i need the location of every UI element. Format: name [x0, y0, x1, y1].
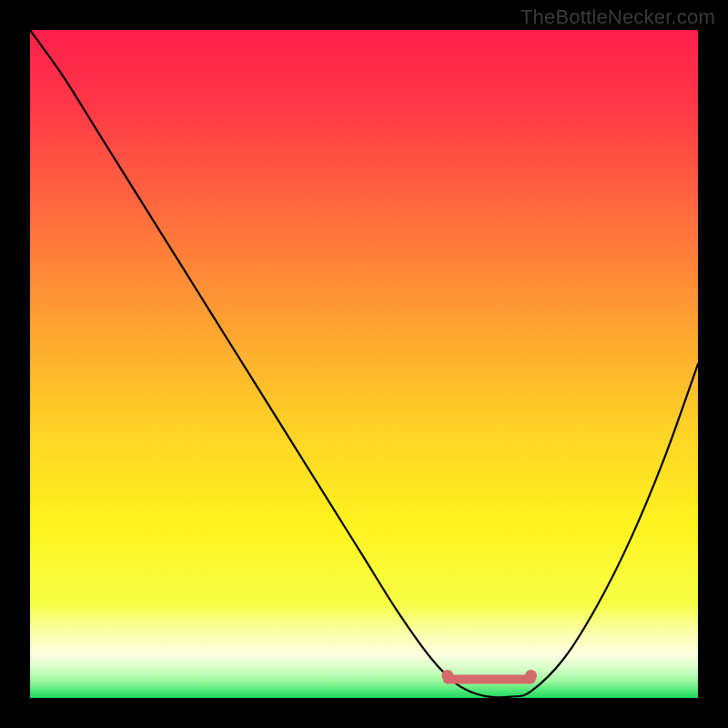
watermark-text: TheBottleNecker.com — [521, 5, 715, 29]
chart-plot-area — [30, 30, 698, 698]
svg-point-2 — [525, 670, 537, 682]
bottleneck-line — [30, 30, 698, 698]
svg-point-1 — [441, 670, 453, 682]
